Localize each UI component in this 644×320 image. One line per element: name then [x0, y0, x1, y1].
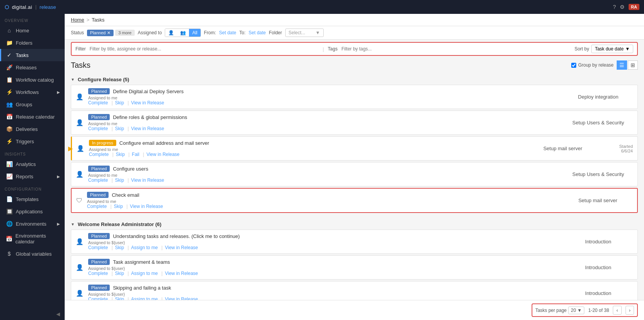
- assigned-to-all-button[interactable]: All: [189, 29, 200, 37]
- view-release-action[interactable]: View in Release: [130, 204, 163, 209]
- per-page-arrow: ▼: [577, 308, 582, 313]
- filter-input[interactable]: [90, 46, 319, 52]
- brand-logo: ⬡: [5, 4, 9, 10]
- sort-by-label: Sort by: [574, 46, 589, 52]
- sort-by-dropdown[interactable]: Task due date ▼: [591, 45, 633, 53]
- view-toggle: ☰ ⊞: [617, 60, 638, 70]
- group-by-release-checkbox[interactable]: Group by release: [571, 62, 614, 68]
- assign-action[interactable]: Assign to me: [131, 245, 163, 250]
- sidebar-item-environments-calendar[interactable]: 📅 Environments calendar: [0, 230, 65, 248]
- sidebar-item-releases[interactable]: 🚀 Releases: [0, 61, 65, 74]
- complete-action[interactable]: Complete: [88, 100, 113, 106]
- task-release-name: Introduction: [564, 239, 633, 245]
- sidebar-item-folders[interactable]: 📁 Folders: [0, 37, 65, 49]
- task-title[interactable]: Configure email address and mail server: [119, 140, 209, 146]
- view-release-action[interactable]: View in Release: [131, 178, 164, 183]
- task-title[interactable]: Understanding tasks and releases. (Click…: [113, 233, 240, 239]
- view-release-action[interactable]: View in Release: [165, 297, 198, 300]
- skip-action[interactable]: Skip: [115, 271, 129, 276]
- view-release-action[interactable]: View in Release: [131, 100, 164, 106]
- sidebar-item-environments[interactable]: 🌐 Environments ▶: [0, 218, 65, 230]
- complete-action[interactable]: Complete: [89, 152, 114, 157]
- complete-action[interactable]: Complete: [88, 245, 113, 250]
- tags-label: Tags: [328, 46, 338, 52]
- complete-action[interactable]: Complete: [87, 204, 112, 209]
- sidebar-item-workflows[interactable]: ⚡ Workflows ▶: [0, 86, 65, 98]
- sidebar-item-groups[interactable]: 👥 Groups: [0, 98, 65, 111]
- view-release-action[interactable]: View in Release: [165, 245, 198, 250]
- fail-action[interactable]: Fail: [132, 152, 144, 157]
- skip-action[interactable]: Skip: [116, 152, 130, 157]
- assigned-to-user-button[interactable]: 👤: [165, 29, 177, 37]
- group-by-checkbox-input[interactable]: [571, 63, 576, 68]
- skip-action[interactable]: Skip: [115, 100, 129, 106]
- sidebar-item-analytics[interactable]: 📊 Analytics: [0, 158, 65, 170]
- task-release-name: Introduction: [564, 290, 633, 296]
- complete-action[interactable]: Complete: [88, 178, 113, 183]
- sidebar-item-release-calendar[interactable]: 📅 Release calendar: [0, 111, 65, 123]
- task-title[interactable]: Define roles & global permissions: [113, 114, 187, 120]
- groups-icon: 👥: [6, 101, 13, 107]
- planned-status-badge[interactable]: Planned ✕: [87, 30, 114, 36]
- sidebar-item-tasks[interactable]: ✓ Tasks: [0, 49, 65, 61]
- task-assignee: Assigned to ${user}: [88, 292, 559, 297]
- per-page-dropdown[interactable]: 20 ▼: [568, 307, 584, 314]
- assign-action[interactable]: Assign to me: [131, 271, 163, 276]
- sidebar-label-workflows: Workflows: [16, 89, 39, 95]
- releases-icon: 🚀: [6, 64, 13, 70]
- grid-view-button[interactable]: ⊞: [628, 60, 638, 70]
- skip-action[interactable]: Skip: [115, 126, 129, 131]
- complete-action[interactable]: Complete: [88, 297, 113, 300]
- sidebar-label-templates: Templates: [16, 196, 38, 202]
- assign-action[interactable]: Assign to me: [131, 297, 163, 300]
- list-view-button[interactable]: ☰: [617, 60, 627, 70]
- view-release-action[interactable]: View in Release: [131, 126, 164, 131]
- view-release-action[interactable]: View in Release: [165, 271, 198, 276]
- from-value[interactable]: Set date: [219, 30, 236, 35]
- complete-action[interactable]: Complete: [88, 271, 113, 276]
- to-value[interactable]: Set date: [249, 30, 266, 35]
- table-row: 👤 Planned Define Digital.ai Deploy Serve…: [71, 85, 638, 109]
- task-actions: Complete Skip Assign to me View in Relea…: [88, 297, 559, 300]
- sidebar-item-triggers[interactable]: ⚡ Triggers: [0, 135, 65, 147]
- folders-icon: 📁: [6, 40, 13, 46]
- task-title[interactable]: Define Digital.ai Deploy Servers: [113, 89, 184, 94]
- sidebar-label-environments: Environments: [16, 221, 46, 227]
- pagination-prev-button[interactable]: ‹: [613, 306, 621, 315]
- task-title[interactable]: Task assignment & teams: [113, 259, 170, 265]
- sidebar-item-home[interactable]: ⌂ Home: [0, 24, 65, 37]
- sidebar-item-global-variables[interactable]: $ Global variables: [0, 248, 65, 260]
- sidebar-item-applications[interactable]: 🔲 Applications: [0, 205, 65, 218]
- sidebar-item-workflow-catalog[interactable]: 📋 Workflow catalog: [0, 74, 65, 86]
- planned-badge-remove[interactable]: ✕: [107, 30, 110, 35]
- skip-action[interactable]: Skip: [115, 245, 129, 250]
- view-release-action[interactable]: View in Release: [146, 152, 179, 157]
- tags-input[interactable]: [341, 46, 570, 52]
- task-group-header-welcome[interactable]: ▼ Welcome Release Administrator (6): [71, 219, 638, 230]
- help-button[interactable]: ?: [613, 4, 616, 10]
- task-title[interactable]: Skipping and failing a task: [113, 285, 171, 291]
- sidebar-item-reports[interactable]: 📈 Reports ▶: [0, 170, 65, 183]
- skip-action[interactable]: Skip: [115, 178, 129, 183]
- skip-action[interactable]: Skip: [115, 297, 129, 300]
- task-title[interactable]: Configure users: [113, 166, 148, 172]
- assigned-to-team-button[interactable]: 👥: [177, 29, 189, 37]
- breadcrumb-separator: >: [87, 17, 90, 23]
- folder-dropdown[interactable]: Select... ▼: [285, 28, 324, 37]
- complete-action[interactable]: Complete: [88, 126, 113, 131]
- sidebar-collapse-button[interactable]: ◀: [0, 308, 65, 320]
- more-count-badge[interactable]: 3 more: [115, 30, 134, 36]
- pagination-next-button[interactable]: ›: [626, 306, 634, 315]
- breadcrumb-home-link[interactable]: Home: [71, 17, 84, 23]
- task-group-header-configure[interactable]: ▼ Configure Release (5): [71, 74, 638, 85]
- sidebar-item-deliveries[interactable]: 📦 Deliveries: [0, 123, 65, 135]
- user-avatar[interactable]: RA: [629, 4, 639, 10]
- task-status-badge: Planned: [88, 259, 110, 265]
- task-user-icon: 👤: [77, 145, 84, 152]
- task-title-row: Planned Define Digital.ai Deploy Servers: [88, 88, 559, 94]
- settings-button[interactable]: ⚙: [620, 4, 625, 10]
- task-title[interactable]: Check email: [112, 192, 139, 198]
- skip-action[interactable]: Skip: [114, 204, 128, 209]
- task-user-icon: 👤: [76, 290, 84, 297]
- sidebar-item-templates[interactable]: 📄 Templates: [0, 193, 65, 205]
